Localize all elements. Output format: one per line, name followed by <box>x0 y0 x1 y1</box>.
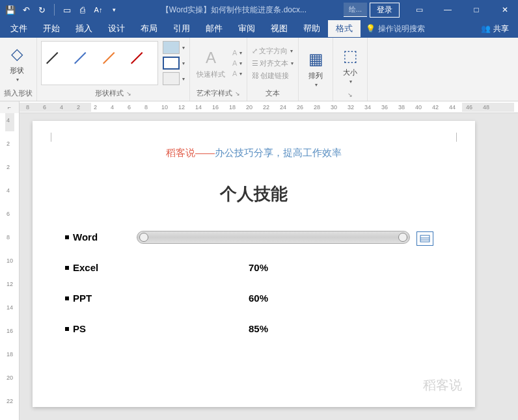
login-button[interactable]: 登录 <box>370 3 400 18</box>
line-style-blue[interactable] <box>75 53 96 73</box>
shapes-button[interactable]: ◇ 形状 ▾ <box>4 41 30 85</box>
share-icon: 👥 <box>481 24 491 33</box>
line-style-orange[interactable] <box>103 53 124 73</box>
group-size: ⬚ 大小 ▾ ↘ <box>333 38 368 101</box>
tab-references[interactable]: 引用 <box>165 20 198 37</box>
shapes-label: 形状 <box>10 66 24 75</box>
quick-styles-label: 快速样式 <box>197 70 225 79</box>
wordart-icon: A <box>200 47 221 68</box>
ribbon: ◇ 形状 ▾ 插入形状 ▾ ▾ ▾ 形状样式↘ A <box>0 38 518 101</box>
drawing-tools-label: 绘... <box>344 3 367 17</box>
tab-mailings[interactable]: 邮件 <box>198 20 230 37</box>
ruler-horizontal[interactable]: ⌐ 86422468101214161820222426283032343638… <box>0 101 518 113</box>
skill-name-ps: PS <box>73 323 118 334</box>
tell-me-search[interactable]: 💡 操作说明搜索 <box>366 23 425 34</box>
tab-review[interactable]: 审阅 <box>230 20 263 37</box>
chevron-down-icon: ▾ <box>16 77 19 83</box>
tab-design[interactable]: 设计 <box>100 20 133 37</box>
tab-insert[interactable]: 插入 <box>68 20 100 37</box>
text-fill-button: A▾ <box>232 48 243 57</box>
skill-name-excel: Excel <box>73 262 118 273</box>
page: 稻客说——办公技巧分享，提高工作效率 个人技能 Word Excel 70% <box>33 121 475 407</box>
skill-name-word: Word <box>73 231 118 243</box>
header-red-text: 稻客说—— <box>166 147 215 158</box>
window-controls: 绘... 登录 ▭ — □ ✕ <box>344 0 518 20</box>
tab-help[interactable]: 帮助 <box>295 20 328 37</box>
tab-layout[interactable]: 布局 <box>133 20 165 37</box>
shapes-icon: ◇ <box>7 44 27 64</box>
arrange-icon: ▦ <box>305 49 326 70</box>
text-direction-icon: ⤢ <box>252 47 258 55</box>
group-label-text: 文本 <box>251 87 294 99</box>
shape-fill-button[interactable]: ▾ <box>162 40 185 55</box>
align-icon: ☰ <box>252 59 258 68</box>
shape-effects-button[interactable]: ▾ <box>162 72 185 86</box>
document-title: 【Word实操】如何制作技能进度条.docx... <box>124 5 344 16</box>
svg-rect-0 <box>420 235 429 242</box>
group-arrange: ▦ 排列 ▾ <box>299 38 333 101</box>
skill-name-ppt: PPT <box>73 293 118 304</box>
group-shape-styles: ▾ ▾ ▾ 形状样式↘ <box>37 38 190 101</box>
size-button[interactable]: ⬚ 大小 ▾ <box>337 43 363 87</box>
size-icon: ⬚ <box>340 46 361 66</box>
align-text-button: ☰对齐文本▾ <box>251 58 294 69</box>
undo-icon[interactable]: ↶ <box>21 5 31 15</box>
tell-me-label: 操作说明搜索 <box>378 23 425 34</box>
share-button[interactable]: 👥 共享 <box>474 21 515 37</box>
document-container: 42246810121416182022 稻客说——办公技巧分享，提高工作效率 … <box>0 113 518 420</box>
redo-icon[interactable]: ↻ <box>36 5 47 15</box>
group-wordart: A 快速样式 A▾ A▾ A▾ 艺术字样式↘ <box>190 38 247 101</box>
skill-value-ps: 85% <box>249 323 268 334</box>
create-link-button: ⛓创建链接 <box>251 70 294 81</box>
lightbulb-icon: 💡 <box>366 24 375 33</box>
group-insert-shape: ◇ 形状 ▾ 插入形状 <box>0 38 37 101</box>
text-outline-button: A▾ <box>232 59 243 68</box>
skill-value-ppt: 60% <box>249 293 268 304</box>
document-scroll[interactable]: 稻客说——办公技巧分享，提高工作效率 个人技能 Word Excel 70% <box>20 113 518 420</box>
shape-outline-button[interactable]: ▾ <box>162 56 185 70</box>
size-launcher-icon[interactable]: ↘ <box>348 92 353 98</box>
wordart-launcher-icon[interactable]: ↘ <box>235 90 240 97</box>
page-title: 个人技能 <box>65 183 443 205</box>
line-style-red[interactable] <box>131 53 152 73</box>
shape-style-gallery[interactable] <box>41 41 158 85</box>
skill-row-ppt: PPT 60% <box>65 293 443 304</box>
ribbon-options-icon[interactable]: ▭ <box>406 0 432 20</box>
watermark: 稻客说 <box>423 376 462 394</box>
group-text: ⤢文字方向▾ ☰对齐文本▾ ⛓创建链接 文本 <box>247 38 299 101</box>
header-blue-text: 办公技巧分享，提高工作效率 <box>215 147 342 158</box>
size-label: 大小 <box>343 68 357 77</box>
title-bar: 💾 ↶ ↻ ▭ ⎙ A↑ ▾ 【Word实操】如何制作技能进度条.docx...… <box>0 0 518 20</box>
tab-view[interactable]: 视图 <box>263 20 295 37</box>
group-label-insert-shape: 插入形状 <box>4 87 33 99</box>
ruler-corner[interactable]: ⌐ <box>0 101 20 113</box>
share-label: 共享 <box>493 23 509 34</box>
minimize-icon[interactable]: — <box>435 0 461 20</box>
text-direction-button: ⤢文字方向▾ <box>251 46 294 57</box>
layout-options-icon[interactable] <box>416 231 433 246</box>
save-icon[interactable]: 💾 <box>5 5 16 15</box>
qat-icon-2[interactable]: ⎙ <box>77 5 88 15</box>
tab-file[interactable]: 文件 <box>3 20 35 37</box>
skill-row-ps: PS 85% <box>65 323 443 334</box>
arrange-button[interactable]: ▦ 排列 ▾ <box>303 46 329 90</box>
font-inc-icon[interactable]: A↑ <box>93 5 103 15</box>
qat-icon-1[interactable]: ▭ <box>62 5 72 15</box>
close-icon[interactable]: ✕ <box>492 0 518 20</box>
line-style-dark[interactable] <box>47 53 68 73</box>
shape-styles-launcher-icon[interactable]: ↘ <box>126 90 131 97</box>
maximize-icon[interactable]: □ <box>463 0 489 20</box>
arrange-label: 排列 <box>308 71 323 81</box>
skill-row-excel: Excel 70% <box>65 262 443 273</box>
group-label-shape-styles: 形状样式 <box>95 88 124 98</box>
quick-styles-button: A 快速样式 <box>194 45 228 82</box>
ruler-vertical[interactable]: 42246810121416182022 <box>0 113 20 420</box>
tab-format[interactable]: 格式 <box>328 20 361 37</box>
quick-access-toolbar: 💾 ↶ ↻ ▭ ⎙ A↑ ▾ <box>0 4 124 16</box>
tab-home[interactable]: 开始 <box>35 20 68 37</box>
skill-row-word: Word <box>65 231 443 243</box>
skill-value-excel: 70% <box>249 262 268 273</box>
progress-bar-word[interactable] <box>137 231 410 244</box>
ribbon-tabs: 文件 开始 插入 设计 布局 引用 邮件 审阅 视图 帮助 格式 💡 操作说明搜… <box>0 20 518 38</box>
qat-dropdown-icon[interactable]: ▾ <box>109 5 119 15</box>
